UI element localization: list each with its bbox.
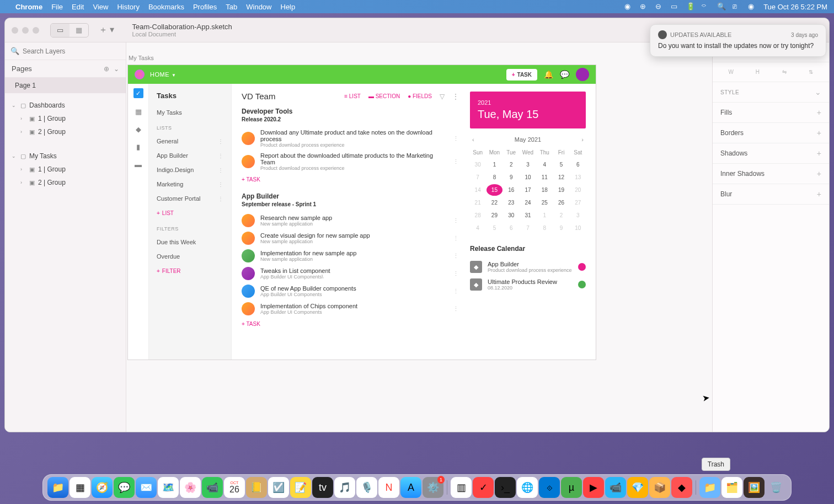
add-icon[interactable]: + (817, 169, 821, 178)
notification-banner[interactable]: UPDATES AVAILABLE 3 days ago Do you want… (650, 24, 826, 57)
dock-stack-icon[interactable]: 🗂️ (721, 477, 742, 498)
cal-day[interactable]: 16 (504, 184, 519, 196)
cal-day[interactable]: 27 (570, 197, 586, 208)
more-icon[interactable]: ⋮ (453, 270, 459, 277)
cal-day[interactable]: 3 (570, 210, 586, 221)
more-icon[interactable]: ⋮ (453, 217, 459, 224)
cal-day[interactable]: 8 (487, 171, 502, 183)
menu-edit[interactable]: Edit (72, 3, 84, 11)
flip-icon[interactable]: ⇅ (800, 69, 821, 75)
cal-day[interactable]: 17 (520, 184, 536, 196)
cal-day[interactable]: 25 (537, 197, 552, 208)
cal-day[interactable]: 12 (553, 171, 569, 183)
more-icon[interactable]: ⋮ (453, 235, 459, 242)
list-item[interactable]: General⋮ (149, 134, 231, 148)
cal-day[interactable]: 5 (487, 222, 502, 234)
task-row[interactable]: Create visual design for new sample appN… (242, 229, 459, 247)
dock-music-icon[interactable]: 🎵 (334, 477, 355, 498)
list-item[interactable]: Customer Portal⋮ (149, 191, 231, 206)
dock-downloads-icon[interactable]: 📁 (699, 477, 720, 498)
cal-day[interactable]: 2 (553, 210, 569, 221)
cal-day[interactable]: 6 (504, 222, 519, 234)
dock-news-icon[interactable]: N (378, 477, 399, 498)
cal-day[interactable]: 20 (570, 184, 586, 196)
add-page-icon[interactable]: ⊕ (104, 65, 109, 73)
cal-day[interactable]: 8 (537, 222, 552, 234)
clock[interactable]: Tue Oct 26 5:22 PM (763, 3, 827, 11)
dock-maps-icon[interactable]: 🗺️ (158, 477, 179, 498)
tree-dashboards[interactable]: ⌄▢Dashboards (5, 99, 126, 112)
dock-podcasts-icon[interactable]: 🎙️ (356, 477, 377, 498)
cal-day[interactable]: 7 (470, 171, 485, 183)
user-avatar[interactable] (576, 68, 589, 81)
cal-day[interactable]: 15 (487, 184, 502, 196)
list-item[interactable]: Marketing⋮ (149, 177, 231, 191)
inspector-section[interactable]: Fills+ (713, 103, 829, 123)
search-layers-input[interactable] (23, 47, 120, 55)
view-section[interactable]: ▬ SECTION (368, 93, 400, 99)
rail-grid-icon[interactable]: ▦ (134, 107, 143, 116)
dock-facetime-icon[interactable]: 📹 (202, 477, 223, 498)
dock-photos-icon[interactable]: 🌸 (180, 477, 201, 498)
add-filter-button[interactable]: +FILTER (149, 264, 231, 278)
add-task-button[interactable]: + TASK (242, 318, 459, 334)
dock-app-icon[interactable]: 📦 (649, 477, 670, 498)
more-icon[interactable]: ⋮ (452, 93, 459, 100)
dock-reminders-icon[interactable]: ☑️ (268, 477, 289, 498)
battery-icon[interactable]: 🔋 (686, 2, 695, 11)
menu-profiles[interactable]: Profiles (193, 3, 217, 11)
dock-settings-icon[interactable]: ⚙️1 (423, 477, 443, 498)
cal-next-icon[interactable]: › (581, 136, 584, 143)
task-row[interactable]: Download any Ultimate product and take n… (242, 127, 459, 150)
cal-day[interactable]: 23 (504, 197, 519, 208)
dock-calendar-icon[interactable]: OCT26 (224, 477, 245, 498)
add-list-button[interactable]: +LIST (149, 206, 231, 221)
close-button[interactable] (12, 27, 18, 34)
utorrent-icon[interactable]: ⊕ (640, 2, 649, 11)
cal-day[interactable]: 10 (520, 171, 536, 183)
canvas-view-icon[interactable]: ▭ (51, 24, 70, 37)
collapse-icon[interactable]: ⌄ (114, 65, 119, 73)
rail-folder-icon[interactable]: ▬ (134, 160, 143, 169)
cal-day[interactable]: 4 (470, 222, 485, 234)
menu-help[interactable]: Help (281, 3, 296, 11)
cal-day[interactable]: 2 (504, 159, 519, 170)
inspector-section[interactable]: Inner Shadows+ (713, 164, 829, 184)
cal-day[interactable]: 18 (537, 184, 552, 196)
task-row[interactable]: Report about the downloaded ultimate pro… (242, 150, 459, 173)
more-icon[interactable]: ⋮ (453, 288, 459, 295)
menu-view[interactable]: View (93, 3, 108, 11)
view-fields[interactable]: ● FIELDS (408, 93, 432, 99)
inspector-section[interactable]: Shadows+ (713, 143, 829, 164)
dock-terminal-icon[interactable]: ›_ (495, 477, 516, 498)
dock-anydesk-icon[interactable]: ▶ (583, 477, 604, 498)
filter-icon[interactable]: ▽ (440, 93, 445, 100)
cal-day[interactable]: 19 (553, 184, 569, 196)
rail-tasks-icon[interactable]: ✓ (133, 88, 143, 98)
status-icon[interactable]: ⊖ (655, 2, 664, 11)
dock-finder-icon[interactable]: 📁 (47, 477, 68, 498)
dock-mail-icon[interactable]: ✉️ (136, 477, 157, 498)
tree-group[interactable]: ›▣1 | Group (5, 112, 126, 125)
cal-day[interactable]: 14 (470, 184, 485, 196)
menu-history[interactable]: History (117, 3, 139, 11)
cal-day[interactable]: 9 (553, 222, 569, 234)
cal-day[interactable]: 1 (537, 210, 552, 221)
more-icon[interactable]: ⋮ (453, 253, 459, 260)
sidebar-my-tasks[interactable]: My Tasks (149, 105, 231, 120)
flip-icon[interactable]: ⇋ (774, 69, 795, 75)
app-name[interactable]: Chrome (15, 3, 42, 11)
cal-day[interactable]: 21 (470, 197, 485, 208)
tree-group[interactable]: ›▣2 | Group (5, 176, 126, 189)
chevron-down-icon[interactable]: ⌄ (815, 88, 822, 96)
cal-day[interactable]: 10 (570, 222, 586, 234)
dock-contacts-icon[interactable]: 📒 (246, 477, 267, 498)
view-toggle[interactable]: ▭ ▦ (50, 23, 89, 37)
tree-group[interactable]: ›▣1 | Group (5, 163, 126, 176)
spotlight-icon[interactable]: 🔍 (717, 2, 726, 11)
dock-todoist-icon[interactable]: ✓ (473, 477, 494, 498)
cal-day[interactable]: 13 (570, 171, 586, 183)
home-dropdown[interactable]: HOME▼ (150, 71, 176, 78)
zoom-button[interactable] (33, 27, 39, 34)
dock-parallels-icon[interactable]: ▥ (451, 477, 472, 498)
